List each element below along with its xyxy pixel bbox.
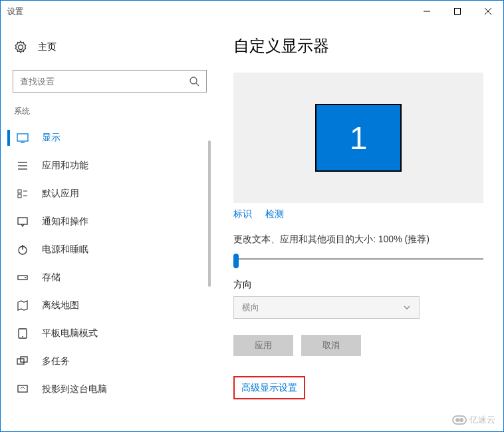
defaults-icon <box>17 188 29 200</box>
detect-link[interactable]: 检测 <box>265 208 284 220</box>
window-title: 设置 <box>7 6 412 17</box>
button-row: 应用 取消 <box>233 335 483 356</box>
nav-label: 显示 <box>42 132 61 144</box>
home-label: 主页 <box>38 41 57 53</box>
scale-slider[interactable] <box>233 252 483 266</box>
monitor-1[interactable]: 1 <box>315 104 402 172</box>
nav-item-multitask[interactable]: 多任务 <box>7 347 213 375</box>
search-input[interactable] <box>20 77 189 87</box>
gear-icon <box>14 41 27 54</box>
sidebar: 主页 系统 显示 应用和功能 默认应用 通知和操作 <box>1 22 213 431</box>
nav-label: 应用和功能 <box>42 160 88 172</box>
power-icon <box>17 244 29 256</box>
svg-rect-6 <box>17 134 28 141</box>
nav-list: 显示 应用和功能 默认应用 通知和操作 电源和睡眠 存储 <box>7 124 213 403</box>
nav-item-tablet[interactable]: 平板电脑模式 <box>7 320 213 347</box>
nav-label: 默认应用 <box>42 188 79 200</box>
orientation-dropdown[interactable]: 横向 <box>233 296 420 319</box>
watermark-icon <box>452 415 467 425</box>
maximize-button[interactable] <box>442 1 473 22</box>
scale-label: 更改文本、应用和其他项目的大小: 100% (推荐) <box>233 234 483 246</box>
watermark-text: 亿速云 <box>469 414 495 426</box>
nav-item-defaults[interactable]: 默认应用 <box>7 180 213 208</box>
slider-track-line <box>233 258 483 260</box>
display-actions: 标识 检测 <box>233 208 483 220</box>
slider-thumb[interactable] <box>233 254 239 268</box>
svg-point-4 <box>190 77 197 84</box>
nav-label: 通知和操作 <box>42 216 88 228</box>
svg-rect-11 <box>18 190 21 193</box>
window-controls <box>412 1 503 22</box>
nav-item-storage[interactable]: 存储 <box>7 264 213 292</box>
search-box[interactable] <box>13 70 207 93</box>
minimize-icon <box>424 8 430 15</box>
display-preview: 1 <box>233 73 483 203</box>
svg-point-21 <box>22 336 23 337</box>
maximize-icon <box>454 8 461 15</box>
nav-item-power[interactable]: 电源和睡眠 <box>7 236 213 264</box>
chevron-down-icon <box>403 304 411 312</box>
nav-item-apps[interactable]: 应用和功能 <box>7 152 213 180</box>
svg-point-19 <box>25 277 26 278</box>
advanced-display-link[interactable]: 高级显示设置 <box>241 382 297 393</box>
main-panel: 自定义显示器 1 标识 检测 更改文本、应用和其他项目的大小: 100% (推荐… <box>213 22 503 431</box>
search-icon <box>189 76 199 87</box>
page-title: 自定义显示器 <box>233 35 483 57</box>
nav-item-notifications[interactable]: 通知和操作 <box>7 208 213 236</box>
titlebar: 设置 <box>1 1 503 22</box>
home-nav[interactable]: 主页 <box>7 35 213 59</box>
close-button[interactable] <box>473 1 503 22</box>
svg-line-5 <box>196 83 199 86</box>
storage-icon <box>17 272 29 284</box>
apply-button[interactable]: 应用 <box>233 335 293 356</box>
svg-rect-1 <box>455 9 461 15</box>
nav-label: 平板电脑模式 <box>42 327 98 339</box>
nav-label: 电源和睡眠 <box>42 244 88 256</box>
nav-label: 离线地图 <box>42 300 79 312</box>
svg-rect-15 <box>18 218 27 224</box>
notifications-icon <box>17 216 29 228</box>
sidebar-scrollbar[interactable] <box>208 140 211 287</box>
identify-link[interactable]: 标识 <box>233 208 252 220</box>
tablet-icon <box>17 327 29 339</box>
nav-item-maps[interactable]: 离线地图 <box>7 292 213 320</box>
nav-label: 存储 <box>42 272 61 284</box>
nav-item-project[interactable]: 投影到这台电脑 <box>7 375 213 403</box>
dropdown-value: 横向 <box>242 302 259 314</box>
apps-icon <box>17 160 29 172</box>
minimize-button[interactable] <box>412 1 442 22</box>
nav-label: 多任务 <box>42 355 70 367</box>
maps-icon <box>17 300 29 312</box>
advanced-highlight-box: 高级显示设置 <box>233 376 305 399</box>
watermark: 亿速云 <box>452 414 495 426</box>
close-icon <box>485 8 491 15</box>
monitor-icon <box>17 132 29 144</box>
multitask-icon <box>17 355 29 367</box>
category-label: 系统 <box>7 106 213 124</box>
svg-rect-12 <box>18 194 21 198</box>
nav-item-display[interactable]: 显示 <box>7 124 213 152</box>
nav-label: 投影到这台电脑 <box>42 383 107 395</box>
project-icon <box>17 383 29 395</box>
orientation-label: 方向 <box>233 279 483 291</box>
monitor-number: 1 <box>350 120 368 156</box>
cancel-button[interactable]: 取消 <box>301 335 361 356</box>
